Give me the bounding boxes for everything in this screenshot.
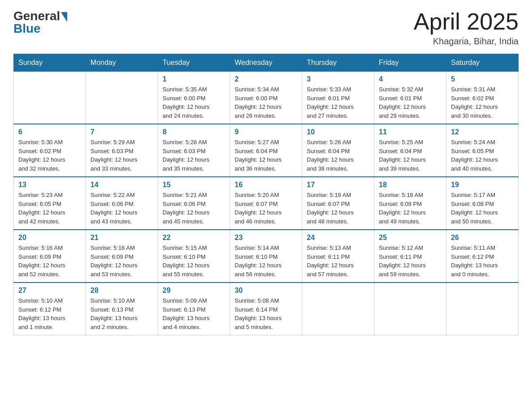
calendar-cell: 14Sunrise: 5:22 AM Sunset: 6:06 PM Dayli… bbox=[86, 177, 158, 230]
calendar-cell: 8Sunrise: 5:28 AM Sunset: 6:03 PM Daylig… bbox=[158, 124, 230, 177]
day-number: 11 bbox=[379, 128, 442, 136]
calendar-cell: 10Sunrise: 5:26 AM Sunset: 6:04 PM Dayli… bbox=[302, 124, 374, 177]
day-info: Sunrise: 5:29 AM Sunset: 6:03 PM Dayligh… bbox=[90, 138, 153, 173]
calendar-row-week-2: 6Sunrise: 5:30 AM Sunset: 6:02 PM Daylig… bbox=[14, 124, 519, 177]
day-number: 18 bbox=[379, 181, 442, 189]
day-number: 22 bbox=[163, 234, 225, 242]
calendar-row-week-1: 1Sunrise: 5:35 AM Sunset: 6:00 PM Daylig… bbox=[14, 72, 519, 124]
calendar-cell: 20Sunrise: 5:16 AM Sunset: 6:09 PM Dayli… bbox=[14, 230, 86, 283]
day-info: Sunrise: 5:35 AM Sunset: 6:00 PM Dayligh… bbox=[163, 85, 225, 120]
day-number: 26 bbox=[451, 234, 514, 242]
day-info: Sunrise: 5:21 AM Sunset: 6:06 PM Dayligh… bbox=[163, 191, 225, 226]
calendar-cell bbox=[374, 283, 446, 335]
calendar-cell: 25Sunrise: 5:12 AM Sunset: 6:11 PM Dayli… bbox=[374, 230, 446, 283]
day-number: 5 bbox=[451, 75, 514, 83]
day-info: Sunrise: 5:34 AM Sunset: 6:00 PM Dayligh… bbox=[235, 85, 297, 120]
calendar-cell: 12Sunrise: 5:24 AM Sunset: 6:05 PM Dayli… bbox=[446, 124, 519, 177]
page-header: General Blue April 2025 Khagaria, Bihar,… bbox=[13, 9, 519, 47]
day-info: Sunrise: 5:10 AM Sunset: 6:13 PM Dayligh… bbox=[90, 296, 153, 331]
day-number: 23 bbox=[235, 234, 297, 242]
day-info: Sunrise: 5:13 AM Sunset: 6:11 PM Dayligh… bbox=[307, 244, 369, 278]
day-number: 16 bbox=[235, 181, 297, 189]
day-number: 13 bbox=[18, 181, 81, 189]
calendar-cell: 4Sunrise: 5:32 AM Sunset: 6:01 PM Daylig… bbox=[374, 72, 446, 124]
calendar-row-week-3: 13Sunrise: 5:23 AM Sunset: 6:05 PM Dayli… bbox=[14, 177, 519, 230]
day-info: Sunrise: 5:16 AM Sunset: 6:09 PM Dayligh… bbox=[18, 244, 81, 278]
calendar-header-saturday: Saturday bbox=[446, 54, 519, 72]
day-number: 6 bbox=[18, 128, 81, 136]
day-info: Sunrise: 5:27 AM Sunset: 6:04 PM Dayligh… bbox=[235, 138, 297, 173]
calendar-row-week-4: 20Sunrise: 5:16 AM Sunset: 6:09 PM Dayli… bbox=[14, 230, 519, 283]
calendar-cell: 9Sunrise: 5:27 AM Sunset: 6:04 PM Daylig… bbox=[230, 124, 302, 177]
calendar-cell: 21Sunrise: 5:16 AM Sunset: 6:09 PM Dayli… bbox=[86, 230, 158, 283]
calendar-cell bbox=[302, 283, 374, 335]
day-info: Sunrise: 5:08 AM Sunset: 6:14 PM Dayligh… bbox=[235, 296, 297, 331]
day-info: Sunrise: 5:16 AM Sunset: 6:09 PM Dayligh… bbox=[90, 244, 153, 278]
calendar-cell: 13Sunrise: 5:23 AM Sunset: 6:05 PM Dayli… bbox=[14, 177, 86, 230]
day-info: Sunrise: 5:22 AM Sunset: 6:06 PM Dayligh… bbox=[90, 191, 153, 226]
location-text: Khagaria, Bihar, India bbox=[414, 36, 519, 47]
day-info: Sunrise: 5:12 AM Sunset: 6:11 PM Dayligh… bbox=[379, 244, 442, 278]
day-number: 10 bbox=[307, 128, 369, 136]
month-year-title: April 2025 bbox=[414, 9, 519, 34]
day-info: Sunrise: 5:25 AM Sunset: 6:04 PM Dayligh… bbox=[379, 138, 442, 173]
day-number: 3 bbox=[307, 75, 369, 83]
day-info: Sunrise: 5:09 AM Sunset: 6:13 PM Dayligh… bbox=[163, 296, 225, 331]
logo: General Blue bbox=[13, 9, 67, 36]
calendar-header-monday: Monday bbox=[86, 54, 158, 72]
day-info: Sunrise: 5:32 AM Sunset: 6:01 PM Dayligh… bbox=[379, 85, 442, 120]
day-info: Sunrise: 5:10 AM Sunset: 6:12 PM Dayligh… bbox=[18, 296, 81, 331]
day-number: 24 bbox=[307, 234, 369, 242]
calendar-header-thursday: Thursday bbox=[302, 54, 374, 72]
calendar-cell: 15Sunrise: 5:21 AM Sunset: 6:06 PM Dayli… bbox=[158, 177, 230, 230]
day-number: 25 bbox=[379, 234, 442, 242]
day-number: 21 bbox=[90, 234, 153, 242]
day-info: Sunrise: 5:14 AM Sunset: 6:10 PM Dayligh… bbox=[235, 244, 297, 278]
calendar-cell: 2Sunrise: 5:34 AM Sunset: 6:00 PM Daylig… bbox=[230, 72, 302, 124]
day-number: 19 bbox=[451, 181, 514, 189]
day-number: 27 bbox=[18, 287, 81, 295]
calendar-cell: 22Sunrise: 5:15 AM Sunset: 6:10 PM Dayli… bbox=[158, 230, 230, 283]
day-number: 12 bbox=[451, 128, 514, 136]
calendar-cell: 6Sunrise: 5:30 AM Sunset: 6:02 PM Daylig… bbox=[14, 124, 86, 177]
day-number: 1 bbox=[163, 75, 225, 83]
day-number: 20 bbox=[18, 234, 81, 242]
calendar-cell: 16Sunrise: 5:20 AM Sunset: 6:07 PM Dayli… bbox=[230, 177, 302, 230]
day-number: 15 bbox=[163, 181, 225, 189]
day-info: Sunrise: 5:18 AM Sunset: 6:08 PM Dayligh… bbox=[379, 191, 442, 226]
day-info: Sunrise: 5:28 AM Sunset: 6:03 PM Dayligh… bbox=[163, 138, 225, 173]
day-info: Sunrise: 5:30 AM Sunset: 6:02 PM Dayligh… bbox=[18, 138, 81, 173]
calendar-cell: 23Sunrise: 5:14 AM Sunset: 6:10 PM Dayli… bbox=[230, 230, 302, 283]
calendar-cell: 28Sunrise: 5:10 AM Sunset: 6:13 PM Dayli… bbox=[86, 283, 158, 335]
calendar-header-sunday: Sunday bbox=[14, 54, 86, 72]
calendar-cell: 29Sunrise: 5:09 AM Sunset: 6:13 PM Dayli… bbox=[158, 283, 230, 335]
calendar-cell bbox=[14, 72, 86, 124]
day-info: Sunrise: 5:23 AM Sunset: 6:05 PM Dayligh… bbox=[18, 191, 81, 226]
day-info: Sunrise: 5:33 AM Sunset: 6:01 PM Dayligh… bbox=[307, 85, 369, 120]
day-number: 7 bbox=[90, 128, 153, 136]
calendar-cell bbox=[86, 72, 158, 124]
calendar-cell bbox=[446, 283, 519, 335]
calendar-header-wednesday: Wednesday bbox=[230, 54, 302, 72]
calendar-header-friday: Friday bbox=[374, 54, 446, 72]
calendar-cell: 17Sunrise: 5:19 AM Sunset: 6:07 PM Dayli… bbox=[302, 177, 374, 230]
day-number: 29 bbox=[163, 287, 225, 295]
calendar-cell: 7Sunrise: 5:29 AM Sunset: 6:03 PM Daylig… bbox=[86, 124, 158, 177]
calendar-header-tuesday: Tuesday bbox=[158, 54, 230, 72]
day-info: Sunrise: 5:24 AM Sunset: 6:05 PM Dayligh… bbox=[451, 138, 514, 173]
day-number: 9 bbox=[235, 128, 297, 136]
calendar-cell: 24Sunrise: 5:13 AM Sunset: 6:11 PM Dayli… bbox=[302, 230, 374, 283]
calendar-cell: 26Sunrise: 5:11 AM Sunset: 6:12 PM Dayli… bbox=[446, 230, 519, 283]
calendar-cell: 27Sunrise: 5:10 AM Sunset: 6:12 PM Dayli… bbox=[14, 283, 86, 335]
calendar-cell: 11Sunrise: 5:25 AM Sunset: 6:04 PM Dayli… bbox=[374, 124, 446, 177]
calendar-cell: 19Sunrise: 5:17 AM Sunset: 6:08 PM Dayli… bbox=[446, 177, 519, 230]
calendar-cell: 30Sunrise: 5:08 AM Sunset: 6:14 PM Dayli… bbox=[230, 283, 302, 335]
day-info: Sunrise: 5:20 AM Sunset: 6:07 PM Dayligh… bbox=[235, 191, 297, 226]
calendar-cell: 1Sunrise: 5:35 AM Sunset: 6:00 PM Daylig… bbox=[158, 72, 230, 124]
calendar-table: SundayMondayTuesdayWednesdayThursdayFrid… bbox=[13, 54, 519, 335]
day-number: 28 bbox=[90, 287, 153, 295]
day-number: 8 bbox=[163, 128, 225, 136]
calendar-cell: 5Sunrise: 5:31 AM Sunset: 6:02 PM Daylig… bbox=[446, 72, 519, 124]
day-info: Sunrise: 5:15 AM Sunset: 6:10 PM Dayligh… bbox=[163, 244, 225, 278]
day-info: Sunrise: 5:19 AM Sunset: 6:07 PM Dayligh… bbox=[307, 191, 369, 226]
